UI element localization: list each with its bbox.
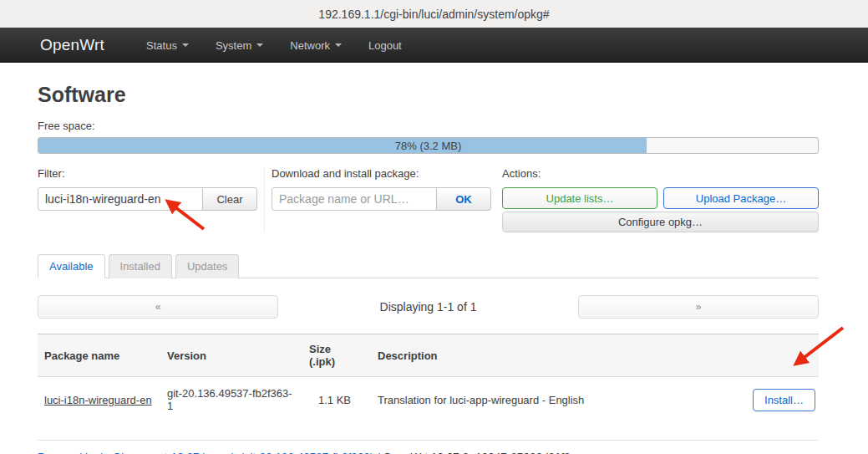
tab-installed[interactable]: Installed (109, 254, 172, 278)
header-version: Version (160, 334, 302, 377)
nav-system-label: System (216, 39, 251, 52)
footer-divider (38, 440, 819, 441)
tab-available[interactable]: Available (38, 254, 105, 278)
package-description: Translation for luci-app-wireguard - Eng… (358, 377, 746, 423)
package-size: 1.1 KB (302, 377, 358, 423)
pagination: « Displaying 1-1 of 1 » (38, 295, 819, 319)
header-package-name: Package name (38, 334, 160, 377)
actions-label: Actions: (502, 167, 819, 180)
nav-item-system[interactable]: System (207, 34, 272, 57)
nav-item-network[interactable]: Network (282, 34, 350, 57)
footer-version-text: / OpenWrt 19.07.2 r10947-65030d81f3 (373, 451, 570, 454)
package-name-link[interactable]: luci-i18n-wireguard-en (44, 394, 152, 406)
download-label: Download and install package: (272, 167, 495, 180)
openwrt-logo: OpenWrt (40, 36, 104, 54)
controls-row: Filter: Clear Download and install packa… (38, 167, 819, 232)
actions-section: Actions: Update lists… Upload Package… C… (502, 167, 819, 232)
filter-section: Filter: Clear (38, 167, 265, 232)
package-url-input[interactable] (272, 187, 437, 211)
table-row: luci-i18n-wireguard-en git-20.136.49537-… (38, 377, 819, 423)
nav-logout-label: Logout (368, 39, 402, 52)
main-content: Software Free space: 78% (3.2 MB) Filter… (0, 83, 819, 454)
page-title: Software (38, 83, 819, 107)
header-action (746, 334, 819, 377)
navbar: OpenWrt Status System Network Logout (0, 28, 868, 63)
nav-network-label: Network (290, 39, 330, 52)
ok-button[interactable]: OK (436, 187, 491, 211)
tab-updates[interactable]: Updates (175, 254, 239, 278)
header-size: Size (.ipk) (302, 334, 358, 377)
filter-label: Filter: (38, 167, 259, 180)
pagination-status: Displaying 1-1 of 1 (278, 300, 578, 314)
configure-opkg-button[interactable]: Configure opkg… (502, 212, 819, 232)
footer: Powered by LuCI openwrt-19.07 branch (gi… (38, 451, 819, 454)
powered-by-luci-link[interactable]: Powered by LuCI openwrt-19.07 branch (gi… (38, 451, 373, 454)
tab-bar: Available Installed Updates (38, 253, 819, 278)
nav-status-label: Status (146, 39, 177, 52)
free-space-progressbar: 78% (3.2 MB) (38, 137, 819, 154)
upload-package-button[interactable]: Upload Package… (663, 187, 819, 209)
download-section: Download and install package: OK (272, 167, 495, 232)
browser-url: 192.169.1.1/cgi-bin/luci/admin/system/op… (318, 8, 549, 21)
next-page-button[interactable]: » (578, 295, 819, 319)
header-description: Description (358, 334, 746, 377)
filter-input[interactable] (38, 187, 203, 211)
table-header-row: Package name Version Size (.ipk) Descrip… (38, 334, 819, 377)
free-space-label: Free space: (38, 120, 819, 132)
free-space-value: 78% (3.2 MB) (38, 138, 818, 153)
prev-page-button[interactable]: « (38, 295, 278, 319)
update-lists-button[interactable]: Update lists… (502, 187, 657, 209)
nav-item-logout[interactable]: Logout (360, 34, 410, 57)
browser-address-bar[interactable]: 192.169.1.1/cgi-bin/luci/admin/system/op… (0, 0, 868, 28)
install-button[interactable]: Install… (753, 389, 815, 411)
clear-button[interactable]: Clear (202, 187, 257, 211)
chevron-down-icon (335, 43, 342, 47)
chevron-down-icon (182, 43, 189, 47)
nav-item-status[interactable]: Status (138, 34, 197, 57)
chevron-down-icon (256, 43, 263, 47)
package-table: Package name Version Size (.ipk) Descrip… (38, 334, 819, 422)
package-version: git-20.136.49537-fb2f363-1 (160, 377, 302, 423)
